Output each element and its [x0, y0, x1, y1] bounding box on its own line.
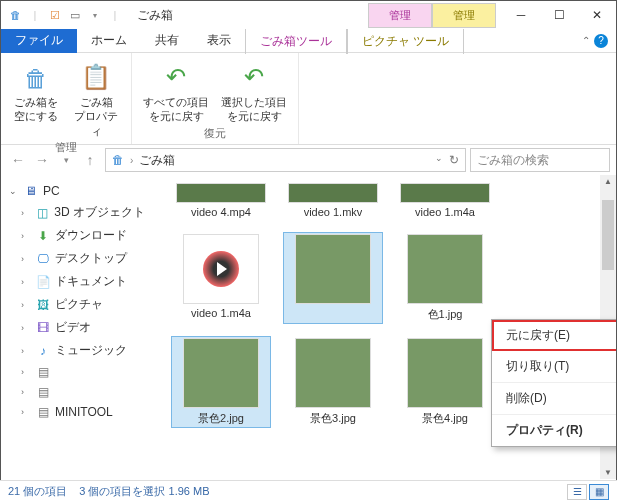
maximize-button[interactable]: ☐ [540, 1, 578, 29]
list-item[interactable]: 景色2.jpg [171, 336, 271, 428]
scroll-thumb[interactable] [602, 200, 614, 270]
document-icon[interactable]: ▭ [67, 7, 83, 23]
disk-icon: ▤ [35, 405, 51, 419]
restore-selected-button[interactable]: ↶ 選択した項目 を元に戻す [218, 57, 290, 124]
recycle-bin-icon[interactable]: 🗑 [7, 7, 23, 23]
contextual-tab-manage-pink[interactable]: 管理 [368, 3, 432, 28]
file-name: video 4.mp4 [191, 206, 251, 218]
button-label: すべての項目 を元に戻す [143, 95, 209, 124]
list-item[interactable] [283, 232, 383, 324]
back-button[interactable]: ← [7, 149, 29, 171]
image-thumbnail [295, 338, 371, 408]
download-icon: ⬇ [35, 229, 51, 243]
list-item[interactable]: 景色3.jpg [283, 336, 383, 428]
file-list[interactable]: video 4.mp4 video 1.mkv video 1.m4a vide… [151, 175, 616, 479]
up-button[interactable]: ↑ [79, 149, 101, 171]
recycle-bin-properties-button[interactable]: 📋 ごみ箱 プロパティ [69, 57, 123, 138]
menu-properties[interactable]: プロパティ(R) [492, 415, 616, 446]
image-thumbnail [295, 234, 371, 304]
refresh-icon[interactable]: ↻ [449, 153, 459, 167]
expand-icon[interactable]: › [21, 300, 31, 310]
tab-picture-tools[interactable]: ピクチャ ツール [347, 28, 464, 54]
tree-disk[interactable]: ›▤ [3, 362, 149, 382]
menu-restore[interactable]: 元に戻す(E) [492, 320, 616, 351]
breadcrumb-location[interactable]: ごみ箱 [139, 152, 175, 169]
address-bar[interactable]: 🗑 › ごみ箱 ⌄ ↻ [105, 148, 466, 172]
tree-downloads[interactable]: ›⬇ダウンロード [3, 224, 149, 247]
menu-delete[interactable]: 削除(D) [492, 383, 616, 415]
list-item[interactable]: 色1.jpg [395, 232, 495, 324]
qat-dropdown-icon[interactable]: ▾ [87, 7, 103, 23]
contextual-tab-headers: 管理 管理 [368, 3, 496, 28]
tab-share[interactable]: 共有 [141, 28, 193, 53]
list-item[interactable]: video 4.mp4 [171, 181, 271, 220]
list-item[interactable]: video 1.m4a [171, 232, 271, 324]
checkbox-icon[interactable]: ☑ [47, 7, 63, 23]
group-label: 復元 [204, 124, 226, 143]
close-button[interactable]: ✕ [578, 1, 616, 29]
recent-dropdown[interactable]: ▾ [55, 149, 77, 171]
help-icon[interactable]: ? [594, 34, 608, 48]
ribbon-group-manage: ごみ箱を 空にする 📋 ごみ箱 プロパティ 管理 [1, 53, 132, 144]
expand-icon[interactable]: › [21, 407, 31, 417]
ribbon: ごみ箱を 空にする 📋 ごみ箱 プロパティ 管理 ↶ すべての項目 を元に戻す … [1, 53, 616, 145]
tree-3d-objects[interactable]: ›◫3D オブジェクト [3, 201, 149, 224]
tree-videos[interactable]: ›🎞ビデオ [3, 316, 149, 339]
address-dropdown-icon[interactable]: ⌄ [435, 153, 443, 167]
expand-icon[interactable]: › [21, 208, 31, 218]
nav-arrows: ← → ▾ ↑ [7, 149, 101, 171]
forward-button[interactable]: → [31, 149, 53, 171]
restore-all-button[interactable]: ↶ すべての項目 を元に戻す [140, 57, 212, 124]
expand-icon[interactable]: › [21, 387, 31, 397]
file-name: video 1.mkv [304, 206, 363, 218]
empty-recycle-bin-button[interactable]: ごみ箱を 空にする [9, 57, 63, 138]
contextual-tab-manage-yellow[interactable]: 管理 [432, 3, 496, 28]
collapse-ribbon-icon[interactable]: ⌃ [582, 35, 590, 46]
status-selection: 3 個の項目を選択 1.96 MB [79, 484, 209, 499]
expand-icon[interactable]: › [21, 254, 31, 264]
restore-all-icon: ↶ [160, 61, 192, 93]
tab-file[interactable]: ファイル [1, 28, 77, 53]
thumbnails-view-icon[interactable]: ▦ [589, 484, 609, 500]
expand-icon[interactable]: ⌄ [9, 186, 19, 196]
file-name: 景色2.jpg [198, 411, 244, 426]
tree-documents[interactable]: ›📄ドキュメント [3, 270, 149, 293]
list-item[interactable]: 景色4.jpg [395, 336, 495, 428]
context-menu: 元に戻す(E) 切り取り(T) 削除(D) プロパティ(R) [491, 319, 616, 447]
expand-icon[interactable]: › [21, 346, 31, 356]
search-placeholder: ごみ箱の検索 [477, 152, 549, 169]
music-icon: ♪ [35, 344, 51, 358]
tree-label: ドキュメント [55, 273, 127, 290]
list-item[interactable]: video 1.mkv [283, 181, 383, 220]
list-item[interactable]: video 1.m4a [395, 181, 495, 220]
tree-music[interactable]: ›♪ミュージック [3, 339, 149, 362]
video-thumbnail [400, 183, 490, 203]
tab-recycle-tools[interactable]: ごみ箱ツール [245, 28, 347, 54]
expand-icon[interactable]: › [21, 323, 31, 333]
tab-view[interactable]: 表示 [193, 28, 245, 53]
navigation-pane: ⌄ 🖥 PC ›◫3D オブジェクト ›⬇ダウンロード ›🖵デスクトップ ›📄ド… [1, 175, 151, 479]
cube-icon: ◫ [35, 206, 51, 220]
tree-disk-minitool[interactable]: ›▤MINITOOL [3, 402, 149, 422]
menu-cut[interactable]: 切り取り(T) [492, 351, 616, 383]
tree-pc[interactable]: ⌄ 🖥 PC [3, 181, 149, 201]
video-thumbnail [288, 183, 378, 203]
tree-label: ビデオ [55, 319, 91, 336]
tab-home[interactable]: ホーム [77, 28, 141, 53]
tree-pictures[interactable]: ›🖼ピクチャ [3, 293, 149, 316]
scroll-down-icon[interactable]: ▼ [604, 468, 612, 477]
tree-desktop[interactable]: ›🖵デスクトップ [3, 247, 149, 270]
details-view-icon[interactable]: ☰ [567, 484, 587, 500]
file-name: video 1.m4a [191, 307, 251, 319]
minimize-button[interactable]: ─ [502, 1, 540, 29]
tree-disk[interactable]: ›▤ [3, 382, 149, 402]
expand-icon[interactable]: › [21, 367, 31, 377]
expand-icon[interactable]: › [21, 231, 31, 241]
tree-label: ダウンロード [55, 227, 127, 244]
scroll-up-icon[interactable]: ▲ [604, 177, 612, 186]
tree-label: デスクトップ [55, 250, 127, 267]
expand-icon[interactable]: › [21, 277, 31, 287]
search-box[interactable]: ごみ箱の検索 [470, 148, 610, 172]
view-switcher: ☰ ▦ [567, 484, 609, 500]
pc-icon: 🖥 [23, 184, 39, 198]
